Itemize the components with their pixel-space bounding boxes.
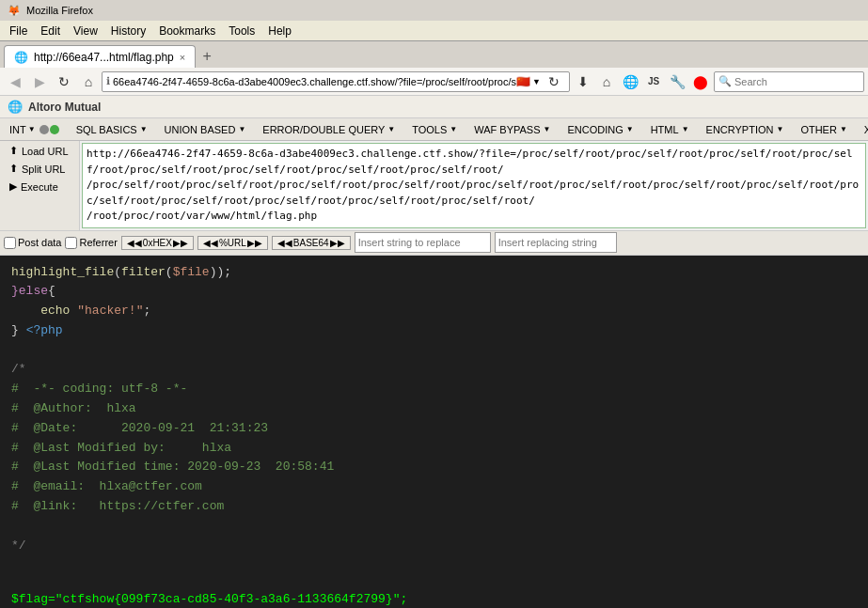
sql-error[interactable]: ERROR/DOUBLE QUERY <box>257 122 401 137</box>
dropdown-arrow[interactable]: ▼ <box>532 77 541 86</box>
sql-xs[interactable]: XS <box>859 122 868 137</box>
referrer-checkbox[interactable] <box>65 237 77 249</box>
code-line-3: echo "hacker!"; <box>11 302 857 321</box>
left-action-buttons: ⬆ Load URL ⬆ Split URL ▶ Execute <box>0 141 80 230</box>
flag-line: $flag="ctfshow{099f73ca-cd85-40f3-a3a6-1… <box>11 590 857 608</box>
execute-icon: ▶ <box>9 180 17 193</box>
post-data-checkbox-group[interactable]: Post data <box>4 237 61 249</box>
site-favicon: 🌐 <box>8 100 23 114</box>
sql-basics[interactable]: SQL BASICS <box>71 122 153 137</box>
address-bar[interactable]: ℹ 🇨🇳 ▼ ↻ <box>102 71 570 92</box>
secure-icon: ℹ <box>106 75 110 87</box>
menu-file[interactable]: File <box>4 23 33 39</box>
hex-left-arrow: ◀◀ <box>127 238 142 248</box>
split-icon: ⬆ <box>9 163 18 175</box>
sql-other[interactable]: OTHER <box>795 122 852 137</box>
flag-text: $flag="ctfshow{099f73ca-cd85-40f3-a3a6-1… <box>11 592 407 606</box>
post-data-label: Post data <box>18 237 61 248</box>
menu-edit[interactable]: Edit <box>35 23 66 39</box>
url-left-arrow: ◀◀ <box>203 238 218 248</box>
tab-title: http://66ea47...html/flag.php <box>34 51 174 64</box>
menu-view[interactable]: View <box>68 23 103 39</box>
base64-encode-button[interactable]: ◀◀ BASE64 ▶▶ <box>272 236 351 250</box>
url-text-area[interactable]: http://66ea4746-2f47-4659-8c6a-d3abe4009… <box>82 143 866 228</box>
code-line-9: # @Last Modified by: hlxa <box>11 439 857 459</box>
url-right-arrow: ▶▶ <box>247 238 262 248</box>
download-button[interactable]: ⬇ <box>572 70 594 93</box>
hex-right-arrow: ▶▶ <box>173 238 188 248</box>
firefox-icon: 🦊 <box>8 5 21 17</box>
addon2-button[interactable]: ⬤ <box>689 70 712 93</box>
address-input[interactable] <box>113 76 516 87</box>
referrer-checkbox-group[interactable]: Referrer <box>65 237 117 249</box>
site-name: Altoro Mutual <box>28 101 101 114</box>
sql-union[interactable]: UNION BASED <box>159 122 252 137</box>
search-icon: 🔍 <box>718 75 732 87</box>
search-bar[interactable]: 🔍 <box>714 71 864 92</box>
load-icon: ⬆ <box>9 145 18 157</box>
options-bar: Post data Referrer ◀◀ 0xHEX ▶▶ ◀◀ %URL ▶… <box>0 231 868 256</box>
back-button[interactable]: ◀ <box>4 70 26 93</box>
load-label: Load URL <box>22 146 69 157</box>
code-line-2: }else{ <box>11 282 857 302</box>
hex-label: 0xHEX <box>143 238 172 248</box>
nav-bar: ◀ ▶ ↻ ⌂ ℹ 🇨🇳 ▼ ↻ ⬇ ⌂ 🌐 JS 🔧 ⬤ 🔍 <box>0 68 868 96</box>
code-line-13: */ <box>11 537 857 556</box>
code-line-6: # -*- coding: utf-8 -*- <box>11 380 857 399</box>
menu-tools[interactable]: Tools <box>223 23 260 39</box>
menu-bookmarks[interactable]: Bookmarks <box>153 23 221 39</box>
forward-button[interactable]: ▶ <box>28 70 51 93</box>
load-url-button[interactable]: ⬆ Load URL <box>4 143 75 159</box>
browser-title: Mozilla Firefox <box>26 5 93 16</box>
base64-label: BASE64 <box>293 238 329 248</box>
execute-button[interactable]: ▶ Execute <box>4 179 75 195</box>
sql-tools[interactable]: TOOLS <box>406 122 463 137</box>
code-line-7: # @Author: hlxa <box>11 399 857 419</box>
base64-left-arrow: ◀◀ <box>277 238 292 248</box>
site-bar: 🌐 Altoro Mutual <box>0 96 868 118</box>
home-button[interactable]: ⌂ <box>77 70 100 93</box>
js-button[interactable]: JS <box>642 70 665 93</box>
sql-int[interactable]: INT ▼ <box>4 122 65 137</box>
sql-encoding[interactable]: ENCODING <box>561 122 639 137</box>
menu-history[interactable]: History <box>105 23 151 39</box>
code-line-4: } <?php <box>11 321 857 341</box>
search-input[interactable] <box>734 76 864 87</box>
insert-string-input[interactable] <box>355 232 491 253</box>
code-line-8: # @Date: 2020-09-21 21:31:23 <box>11 419 857 439</box>
globe-button[interactable]: 🌐 <box>619 70 641 93</box>
code-area[interactable]: highlight_file(filter($file)); }else{ ec… <box>0 256 868 609</box>
post-data-checkbox[interactable] <box>4 237 16 249</box>
sql-encryption[interactable]: ENCRYPTION <box>701 122 790 137</box>
sql-waf[interactable]: WAF BYPASS <box>468 122 556 137</box>
code-line-5: /* <box>11 360 857 380</box>
nav-right-buttons: ⬇ ⌂ 🌐 JS 🔧 ⬤ <box>572 70 712 93</box>
tab-close-button[interactable]: × <box>180 52 185 63</box>
code-line-12: # @link: https://ctfer.com <box>11 497 857 517</box>
code-line-10: # @Last Modified time: 2020-09-23 20:58:… <box>11 458 857 477</box>
addon1-button[interactable]: 🔧 <box>666 70 688 93</box>
url-full-text: http://66ea4746-2f47-4659-8c6a-d3abe4009… <box>87 147 861 225</box>
bookmark-button[interactable]: ⌂ <box>595 70 618 93</box>
hex-encode-button[interactable]: ◀◀ 0xHEX ▶▶ <box>121 236 194 250</box>
url-area: ⬆ Load URL ⬆ Split URL ▶ Execute http://… <box>0 141 868 231</box>
tab-bar: 🌐 http://66ea47...html/flag.php × + <box>0 41 868 68</box>
base64-right-arrow: ▶▶ <box>330 238 345 248</box>
int-dropdown[interactable]: ▼ <box>28 125 36 133</box>
refresh-small-button[interactable]: ↻ <box>543 71 565 92</box>
code-line-1: highlight_file(filter($file)); <box>11 263 857 283</box>
sql-html[interactable]: HTML <box>645 122 695 137</box>
tab-favicon: 🌐 <box>14 51 28 64</box>
sql-toolbar: INT ▼ SQL BASICS UNION BASED ERROR/DOUBL… <box>0 118 868 141</box>
menu-help[interactable]: Help <box>262 23 297 39</box>
flag-emoji: 🇨🇳 <box>516 75 530 88</box>
split-url-button[interactable]: ⬆ Split URL <box>4 161 75 177</box>
url-encode-button[interactable]: ◀◀ %URL ▶▶ <box>197 236 268 250</box>
url-label: %URL <box>219 238 246 248</box>
split-label: Split URL <box>22 164 65 175</box>
active-tab[interactable]: 🌐 http://66ea47...html/flag.php × <box>4 45 196 68</box>
code-line-11: # @email: hlxa@ctfer.com <box>11 477 857 497</box>
reload-button[interactable]: ↻ <box>53 70 75 93</box>
insert-replacing-input[interactable] <box>495 232 617 253</box>
new-tab-button[interactable]: + <box>197 47 216 66</box>
